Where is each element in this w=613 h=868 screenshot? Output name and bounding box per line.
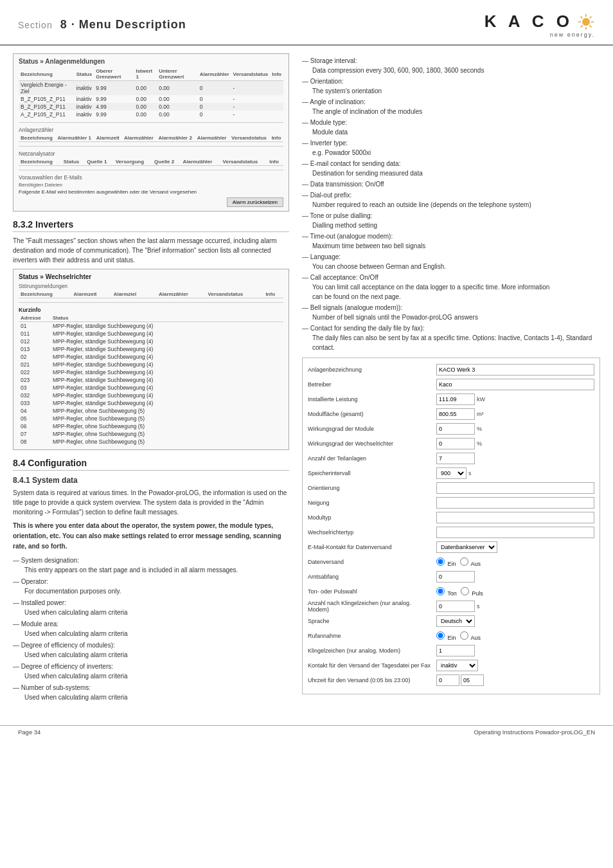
radio-ton-label[interactable]: Ton xyxy=(436,587,457,597)
label-amts: Amtsabfang xyxy=(308,574,436,580)
rc-label-email: E-mail contact for sending data: xyxy=(310,160,401,167)
radio-puls-label[interactable]: Puls xyxy=(461,587,483,597)
bullet-item-2: — Operator: For documentation purposes o… xyxy=(13,577,289,596)
rc-label-invtype: Inverter type: xyxy=(310,140,348,147)
inverter-box: Status » Wechselrichter Störungsmeldunge… xyxy=(13,269,289,450)
rc-label-dialout: Dial-out prefix: xyxy=(310,192,351,199)
label-emailkontakt: E-Mail-Kontakt für Datenversand xyxy=(308,544,436,550)
inv-row: 01MPP-Regler, ständige Suchbewegung (4) xyxy=(19,322,283,330)
input-anlagenbezeichnung[interactable] xyxy=(436,364,594,375)
inv-sub-label: Störungsmeldungen xyxy=(19,283,283,289)
radio-aus-label[interactable]: Aus xyxy=(460,557,481,567)
label-anlagenbezeichnung: Anlagenbezeichnung xyxy=(308,366,436,373)
input-modflaeche[interactable] xyxy=(436,408,475,420)
row-wmod: Wirkungsgrad der Module % xyxy=(308,422,594,435)
label-wwechsel: Wirkungsgrad der Wechselrichter xyxy=(308,440,436,447)
email-pre-label: Vorauswahlen der E-Mails xyxy=(19,174,283,181)
bullet-list-left: — System designation: This entry appears… xyxy=(13,556,289,702)
input-uhrzeit-h[interactable] xyxy=(436,674,459,686)
input-wwechsel[interactable] xyxy=(436,438,475,449)
rc-indent-bell: Number of bell signals until the Powador… xyxy=(302,312,600,322)
inv-row: 032MPP-Regler, ständige Suchbewegung (4) xyxy=(19,392,283,399)
select-speicher[interactable]: 30060090018003600 xyxy=(436,467,466,479)
col-alarmz: Alarmzähler xyxy=(198,68,231,81)
input-orient[interactable] xyxy=(436,482,594,494)
bullet-label-2: Operator: xyxy=(21,578,48,585)
kaco-logo: K A C O new energy. xyxy=(484,12,595,38)
radio-rufein-label[interactable]: Ein xyxy=(436,631,456,641)
select-sprache[interactable]: DeutschEnglish xyxy=(436,615,475,627)
sun-icon xyxy=(577,13,595,31)
rc-indent-invtype: e.g. Powador 5000xi xyxy=(302,148,600,158)
row-anlagenbezeichnung: Anlagenbezeichnung xyxy=(308,363,594,376)
rc-label-lang: Language: xyxy=(310,253,341,260)
rc-indent-orient: The system's orientation xyxy=(302,86,600,96)
input-uhrzeit-m[interactable] xyxy=(461,674,484,686)
radio-rufaus-label[interactable]: Aus xyxy=(460,631,481,641)
bullet-indent-6: Used when calculating alarm criteria xyxy=(13,671,289,681)
rc-indent-callaccept: You can limit call acceptance on the dat… xyxy=(302,282,600,302)
inv-top-table: BezeichnungAlarmzeitAlarmzielAlarmzähler… xyxy=(19,291,283,298)
radio-ein-label[interactable]: Ein xyxy=(436,557,456,567)
row-klingel-modem: Klingelzeichen (nur analog. Modem) xyxy=(308,644,594,657)
rc-bullet-list: — Storage interval: Data compression eve… xyxy=(302,56,600,352)
row-wwechsel: Wirkungsgrad der Wechselrichter % xyxy=(308,437,594,450)
rc-item-email: — E-mail contact for sending data: Desti… xyxy=(302,159,600,178)
col-istwert: Istwert 1 xyxy=(134,68,157,81)
status-alarms-title: Status » Anlagenmeldungen xyxy=(19,58,283,65)
footer-right: Operating Instructions Powador-proLOG_EN xyxy=(474,728,595,736)
radio-rufaus[interactable] xyxy=(460,631,468,640)
rc-label-orient: Orientation: xyxy=(310,78,344,85)
logo-sub: new energy. xyxy=(550,32,595,38)
inv-row: 05MPP-Regler, ohne Suchbewegung (5) xyxy=(19,415,283,422)
rc-indent-timeout: Maximum time between two bell signals xyxy=(302,241,600,251)
input-klingel-modem[interactable] xyxy=(436,645,475,656)
bullet-indent-4: Used when calculating alarm criteria xyxy=(13,629,289,638)
input-klingel-anzahl[interactable] xyxy=(436,601,475,612)
input-betreiber[interactable] xyxy=(436,379,594,390)
label-klingel-anzahl: Anzahl nach Klingelzeichen (nur analog. … xyxy=(308,600,436,613)
input-modultyp[interactable] xyxy=(436,512,594,523)
radio-tonpuls: Ton Puls xyxy=(436,587,483,597)
unit-wwechsel: % xyxy=(477,440,482,447)
main-layout: Status » Anlagenmeldungen Bezeichnung St… xyxy=(0,53,613,706)
label-uhrzeit: Uhrzeit für den Versand (0:05 bis 23:00) xyxy=(308,677,436,683)
input-neigung[interactable] xyxy=(436,497,594,509)
bullet-item-4: — Module area: Used when calculating ala… xyxy=(13,619,289,638)
page-title: Section 8 · Menu Description xyxy=(18,18,186,32)
label-klingel-modem: Klingelzeichen (nur analog. Modem) xyxy=(308,647,436,654)
netz-label: Netzanalysator xyxy=(19,150,283,157)
bullet-item-6: — Degree of efficiency of inverters: Use… xyxy=(13,662,289,681)
radio-rufannahme: Ein Aus xyxy=(436,631,481,641)
radio-rufein[interactable] xyxy=(436,631,445,640)
row-klingel-anzahl: Anzahl nach Klingelzeichen (nur analog. … xyxy=(308,600,594,613)
select-emailkontakt[interactable]: DatenbankserverE-Mail xyxy=(436,541,497,553)
radio-puls[interactable] xyxy=(461,587,469,595)
bullet-item-3: — Installed power: Used when calculating… xyxy=(13,598,289,617)
label-tonpuls: Ton- oder Pulswahl xyxy=(308,588,436,595)
input-teilanlagen[interactable] xyxy=(436,453,475,464)
rc-indent-modtype: Module data xyxy=(302,127,600,137)
radio-ton[interactable] xyxy=(436,587,445,595)
label-leistung: Installierte Leistung xyxy=(308,396,436,402)
radio-datenversand: Ein Aus xyxy=(436,557,481,567)
inv-row: 012MPP-Regler, ständige Suchbewegung (4) xyxy=(19,338,283,345)
input-leistung[interactable] xyxy=(436,393,475,405)
rc-label-tone: Tone or pulse dialling: xyxy=(310,212,373,219)
radio-ein[interactable] xyxy=(436,557,445,566)
input-wmod[interactable] xyxy=(436,423,475,435)
row-rufannahme: Rufannahme Ein Aus xyxy=(308,629,594,642)
select-tagesdatei[interactable]: inaktivKontakt 1Kontakt 2Kontakt 3Kontak… xyxy=(436,660,478,671)
section-832-title: 8.3.2 Inverters xyxy=(13,219,289,232)
netz-table: BezeichnungStatusQuelle 1VersorgungQuell… xyxy=(19,158,283,166)
radio-aus[interactable] xyxy=(460,557,468,566)
rc-item-datatrans: — Data transmission: On/Off xyxy=(302,179,600,189)
svg-line-6 xyxy=(590,25,592,27)
alarm-reset-button[interactable]: Alarm zurücksetzen xyxy=(227,197,283,207)
rc-label-modtype: Module type: xyxy=(310,119,347,126)
col-status: Status xyxy=(51,314,283,322)
input-wechseltyp[interactable] xyxy=(436,527,594,538)
sensor-row: B_Z_P105_Z_P11inaktiv4.990.000.000- xyxy=(19,103,283,111)
unit-wmod: % xyxy=(477,426,482,432)
input-amts[interactable] xyxy=(436,571,475,583)
